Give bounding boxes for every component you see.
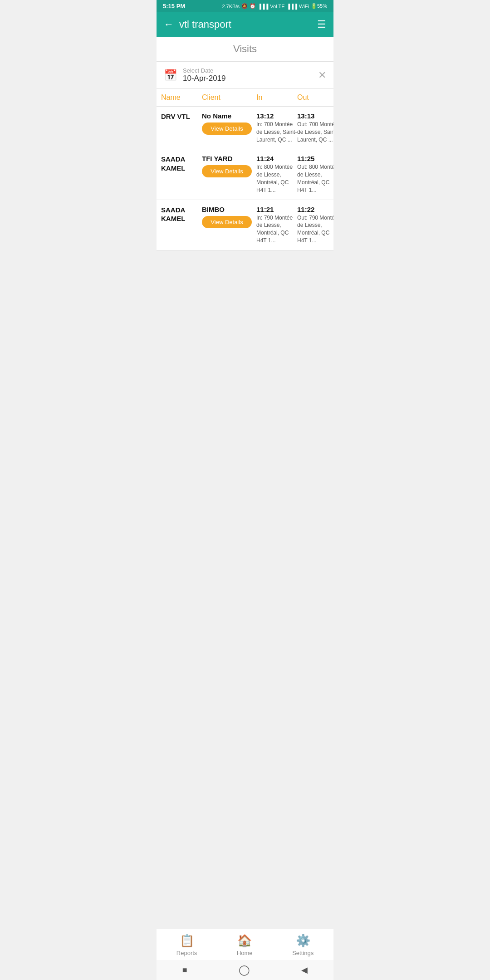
table-row: SAADA KAMEL BIMBO View Details 11:21 In:… — [157, 200, 333, 250]
col-header-client: Client — [202, 93, 256, 102]
back-button[interactable]: ← — [164, 19, 174, 30]
col-header-name: Name — [161, 93, 202, 102]
visit-in-time-2: 11:21 — [256, 206, 297, 213]
visit-out-addr-1: Out: 800 Montée de Liesse, Montréal, QC … — [297, 163, 333, 194]
visit-client-name-2: BIMBO — [202, 206, 256, 213]
page-title: Visits — [157, 37, 333, 62]
visit-in-addr-0: In: 700 Montée de Liesse, Saint-Laurent,… — [256, 121, 297, 143]
clear-date-button[interactable]: ✕ — [318, 69, 326, 81]
visit-in-col-1: 11:24 In: 800 Montée de Liesse, Montréal… — [256, 155, 297, 194]
view-details-button-1[interactable]: View Details — [202, 165, 252, 177]
view-details-button-2[interactable]: View Details — [202, 216, 252, 228]
calendar-icon: 📅 — [164, 69, 177, 82]
date-label: Select Date — [183, 67, 318, 74]
col-header-in: In — [256, 93, 297, 102]
date-info: Select Date 10-Apr-2019 — [183, 67, 318, 83]
visit-out-col-2: 11:22 Out: 790 Montée de Liesse, Montréa… — [297, 206, 333, 245]
empty-area — [157, 250, 333, 387]
mute-icon: 🔕 — [241, 3, 248, 9]
status-bar: 5:15 PM 2.7KB/s 🔕 ⏰ ▐▐▐ VoLTE ▐▐▐ WiFi 🔋… — [157, 0, 333, 12]
battery-icon: 🔋55% — [311, 3, 327, 9]
table-row: DRV VTL No Name View Details 13:12 In: 7… — [157, 107, 333, 149]
visit-out-col-1: 11:25 Out: 800 Montée de Liesse, Montréa… — [297, 155, 333, 194]
date-value: 10-Apr-2019 — [183, 74, 318, 83]
visits-list: DRV VTL No Name View Details 13:12 In: 7… — [157, 107, 333, 250]
table-row: SAADA KAMEL TFI YARD View Details 11:24 … — [157, 149, 333, 200]
table-header: Name Client In Out — [157, 89, 333, 107]
signal-icon: ▐▐▐ — [258, 4, 268, 9]
date-selector[interactable]: 📅 Select Date 10-Apr-2019 ✕ — [157, 62, 333, 89]
visit-client-name-1: TFI YARD — [202, 155, 256, 162]
view-details-button-0[interactable]: View Details — [202, 122, 252, 135]
visit-client-col-1: TFI YARD View Details — [202, 155, 256, 177]
visit-out-addr-2: Out: 790 Montée de Liesse, Montréal, QC … — [297, 214, 333, 245]
menu-button[interactable]: ☰ — [317, 19, 326, 30]
col-header-out: Out — [297, 93, 333, 102]
alarm-icon: ⏰ — [250, 3, 256, 9]
visit-in-col-2: 11:21 In: 790 Montée de Liesse, Montréal… — [256, 206, 297, 245]
visit-client-col-0: No Name View Details — [202, 112, 256, 135]
signal2-icon: ▐▐▐ — [287, 4, 297, 9]
status-icons: 2.7KB/s 🔕 ⏰ ▐▐▐ VoLTE ▐▐▐ WiFi 🔋55% — [222, 3, 327, 9]
app-title: vtl transport — [179, 19, 317, 30]
visit-in-addr-1: In: 800 Montée de Liesse, Montréal, QC H… — [256, 163, 297, 194]
visit-client-name-0: No Name — [202, 112, 256, 120]
top-bar: ← vtl transport ☰ — [157, 12, 333, 37]
volte-icon: VoLTE — [270, 4, 284, 9]
visit-out-col-0: 13:13 Out: 700 Montée de Liesse, Saint-L… — [297, 112, 333, 143]
visit-in-addr-2: In: 790 Montée de Liesse, Montréal, QC H… — [256, 214, 297, 245]
visit-out-time-2: 11:22 — [297, 206, 333, 213]
visit-name-1: SAADA KAMEL — [161, 155, 202, 172]
status-time: 5:15 PM — [163, 3, 185, 10]
visit-name-2: SAADA KAMEL — [161, 206, 202, 223]
visit-in-col-0: 13:12 In: 700 Montée de Liesse, Saint-La… — [256, 112, 297, 143]
visit-out-addr-0: Out: 700 Montée de Liesse, Saint-Laurent… — [297, 121, 333, 143]
visit-out-time-1: 11:25 — [297, 155, 333, 162]
visit-in-time-0: 13:12 — [256, 112, 297, 120]
visit-in-time-1: 11:24 — [256, 155, 297, 162]
data-speed: 2.7KB/s — [222, 4, 240, 9]
visit-name-0: DRV VTL — [161, 112, 202, 121]
visit-out-time-0: 13:13 — [297, 112, 333, 120]
visit-client-col-2: BIMBO View Details — [202, 206, 256, 228]
wifi-icon: WiFi — [299, 4, 309, 9]
